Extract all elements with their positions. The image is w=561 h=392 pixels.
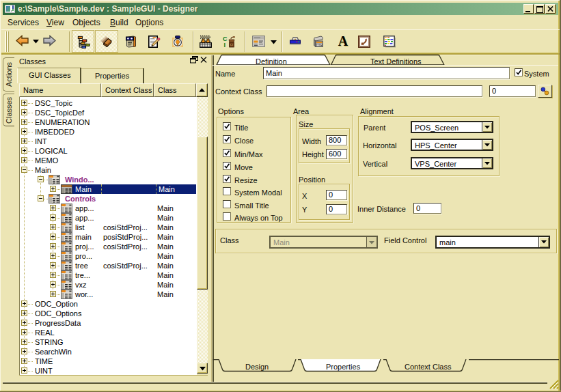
svg-text:I: I bbox=[224, 42, 226, 48]
